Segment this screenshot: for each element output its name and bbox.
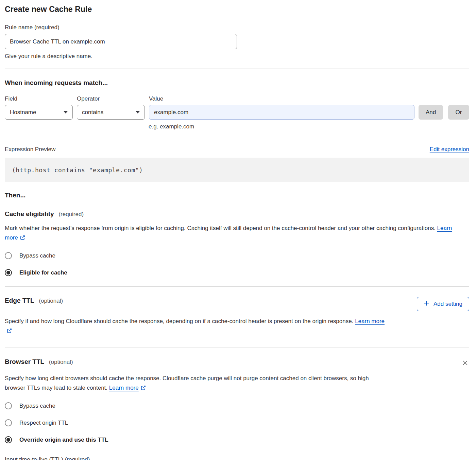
radio-label: Respect origin TTL xyxy=(19,420,68,426)
value-input[interactable] xyxy=(149,105,414,120)
match-heading: When incoming requests match... xyxy=(5,79,469,87)
cache-eligibility-heading: Cache eligibility xyxy=(5,210,54,217)
external-link-icon xyxy=(7,327,12,336)
optional-tag: (optional) xyxy=(49,359,73,365)
external-link-icon xyxy=(141,384,146,393)
operator-column: Operator contains xyxy=(77,95,145,120)
field-select[interactable]: Hostname xyxy=(5,105,73,120)
expression-preview-label: Expression Preview xyxy=(5,146,55,153)
plus-icon xyxy=(424,300,429,308)
add-setting-label: Add setting xyxy=(434,301,462,307)
section-divider xyxy=(5,69,469,69)
radio-override-origin-ttl[interactable]: Override origin and use this TTL xyxy=(5,436,469,443)
rule-name-helper: Give your rule a descriptive name. xyxy=(5,53,469,60)
browser-ttl-options: Bypass cache Respect origin TTL Override… xyxy=(5,402,469,443)
field-label: Field xyxy=(5,95,73,102)
rule-name-section: Rule name (required) Give your rule a de… xyxy=(5,24,469,60)
radio-icon xyxy=(5,402,12,409)
browser-ttl-heading: Browser TTL xyxy=(5,358,44,365)
operator-select[interactable]: contains xyxy=(77,105,145,120)
edge-ttl-heading: Edge TTL xyxy=(5,297,34,304)
then-heading: Then... xyxy=(5,192,469,199)
external-link-icon xyxy=(20,234,25,243)
chevron-down-icon xyxy=(64,111,68,113)
value-column: Value xyxy=(149,95,414,120)
expression-preview-box: (http.host contains "example.com") xyxy=(5,158,469,182)
field-column: Field Hostname xyxy=(5,95,73,120)
browser-ttl-section: Browser TTL (optional) Specify how long … xyxy=(5,358,469,460)
or-button[interactable]: Or xyxy=(448,105,469,120)
section-divider xyxy=(5,348,469,348)
edit-expression-link[interactable]: Edit expression xyxy=(430,146,469,153)
browser-ttl-description: Specify how long client browsers should … xyxy=(5,374,379,393)
cache-eligibility-description: Mark whether the request’s response from… xyxy=(5,224,462,243)
radio-icon xyxy=(5,419,12,426)
radio-eligible-for-cache[interactable]: Eligible for cache xyxy=(5,269,469,276)
value-helper: e.g. example.com xyxy=(149,123,469,130)
radio-respect-origin-ttl[interactable]: Respect origin TTL xyxy=(5,419,469,426)
close-icon xyxy=(462,362,469,367)
description-text: Specify if and how long Cloudflare shoul… xyxy=(5,318,353,324)
rule-name-input[interactable] xyxy=(5,34,237,49)
match-condition-row: Field Hostname Operator contains Value A… xyxy=(5,95,469,120)
cache-eligibility-options: Bypass cache Eligible for cache xyxy=(5,252,469,276)
edge-ttl-section: Edge TTL (optional) Add setting Specify … xyxy=(5,297,469,336)
radio-label: Override origin and use this TTL xyxy=(19,437,108,443)
operator-label: Operator xyxy=(77,95,145,102)
required-tag: (required) xyxy=(58,211,84,217)
add-setting-button[interactable]: Add setting xyxy=(417,297,469,311)
radio-label: Eligible for cache xyxy=(19,269,67,276)
value-label: Value xyxy=(149,95,414,102)
cache-eligibility-section: Cache eligibility (required) Mark whethe… xyxy=(5,210,469,276)
ttl-input-block: Input time-to-live (TTL) (required) 1 da… xyxy=(5,456,469,460)
section-divider xyxy=(5,286,469,287)
rule-name-label: Rule name (required) xyxy=(5,24,469,31)
learn-more-link[interactable]: Learn more xyxy=(109,385,139,391)
optional-tag: (optional) xyxy=(39,298,63,304)
ttl-label: Input time-to-live (TTL) (required) xyxy=(5,456,469,460)
description-text: Mark whether the request’s response from… xyxy=(5,225,436,231)
create-cache-rule-form: Create new Cache Rule Rule name (require… xyxy=(0,0,476,460)
operator-select-value: contains xyxy=(82,109,103,116)
and-button[interactable]: And xyxy=(419,105,443,120)
page-title: Create new Cache Rule xyxy=(5,5,469,14)
radio-label: Bypass cache xyxy=(19,403,55,409)
radio-icon xyxy=(5,252,12,259)
expression-preview-header: Expression Preview Edit expression xyxy=(5,146,469,153)
edge-ttl-description: Specify if and how long Cloudflare shoul… xyxy=(5,317,386,336)
expression-code: (http.host contains "example.com") xyxy=(12,166,143,174)
radio-icon xyxy=(5,436,12,443)
radio-icon xyxy=(5,269,12,276)
radio-bypass-cache[interactable]: Bypass cache xyxy=(5,252,469,259)
chevron-down-icon xyxy=(136,111,140,113)
radio-label: Bypass cache xyxy=(19,252,55,259)
radio-bypass-cache[interactable]: Bypass cache xyxy=(5,402,469,409)
description-text: Specify how long client browsers should … xyxy=(5,375,369,391)
field-select-value: Hostname xyxy=(10,109,36,116)
remove-browser-ttl-button[interactable] xyxy=(461,359,469,368)
learn-more-link[interactable]: Learn more xyxy=(355,318,385,324)
